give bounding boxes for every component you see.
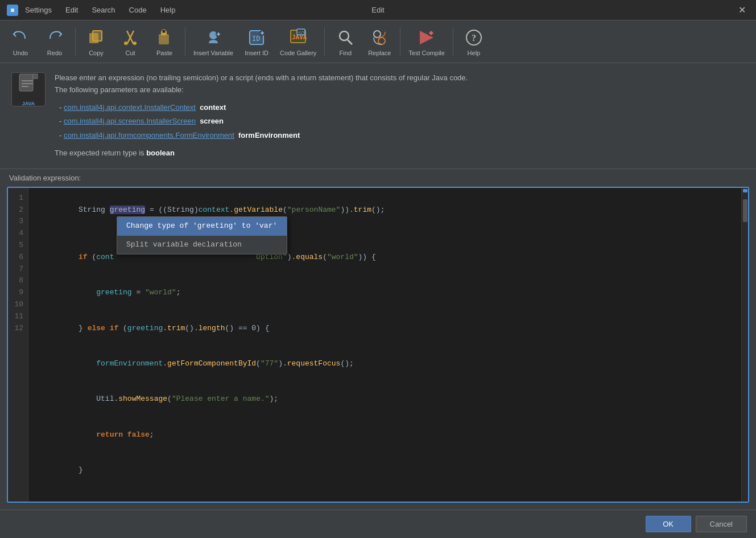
paste-label: Paste [156, 50, 172, 56]
redo-label: Redo [47, 50, 62, 56]
code-gallery-button[interactable]: JAVA </> Code Gallery [276, 25, 320, 59]
code-line-8: return false; [34, 417, 736, 453]
menu-code[interactable]: Code [127, 5, 149, 15]
line-num-5: 5 [13, 240, 23, 252]
close-button[interactable]: ✕ [735, 3, 749, 17]
line-num-8: 8 [13, 275, 23, 287]
return-type-section: The expected return type is boolean [55, 147, 745, 159]
svg-text:?: ? [472, 33, 476, 43]
separator-4 [400, 27, 400, 56]
undo-button[interactable]: Undo [5, 25, 36, 59]
line-num-12: 12 [13, 323, 23, 335]
line-num-4: 4 [13, 228, 23, 240]
line-num-7: 7 [13, 264, 23, 276]
info-panel: JAVA Please enter an expression (no trai… [0, 63, 756, 169]
svg-point-8 [133, 42, 137, 45]
param-screen: com.install4j.api.screens.InstallerScree… [59, 114, 745, 129]
code-line-9: } [34, 453, 736, 488]
validation-label: Validation expression: [0, 169, 756, 184]
menu-edit[interactable]: Edit [63, 5, 80, 15]
info-description: Please enter an expression (no trailing … [55, 72, 745, 159]
java-doc-graphic [17, 73, 40, 100]
param-screen-link[interactable]: com.install4j.api.screens.InstallerScree… [64, 117, 196, 125]
replace-icon [369, 27, 390, 48]
insert-id-button[interactable]: ID Insert ID [239, 25, 274, 59]
app-icon [7, 5, 18, 16]
help-button[interactable]: ? Help [458, 25, 490, 59]
insert-variable-button[interactable]: Insert Variable [190, 25, 237, 59]
menu-search[interactable]: Search [89, 5, 117, 15]
svg-text:</>: </> [298, 30, 305, 35]
ok-button[interactable]: OK [646, 516, 691, 532]
line-num-11: 11 [13, 311, 23, 323]
code-editor-container[interactable]: 1 2 3 4 5 6 7 8 9 10 11 12 String greeti… [7, 187, 749, 503]
context-menu: Change type of 'greeting' to 'var' Split… [117, 216, 287, 255]
return-type-label: The expected return type is [55, 149, 146, 157]
code-line-6: formEnvironment.getFormComponentById("77… [34, 346, 736, 381]
separator-3 [324, 27, 325, 56]
code-editor[interactable]: 1 2 3 4 5 6 7 8 9 10 11 12 String greeti… [8, 188, 748, 502]
param-context-name: context [200, 103, 226, 112]
cut-icon [120, 27, 141, 48]
copy-icon [86, 27, 106, 48]
separator-1 [75, 27, 76, 56]
param-screen-name: screen [200, 117, 224, 125]
code-line-5: } else if (greeting.trim().length() == 0… [34, 311, 736, 346]
param-form-env: com.install4j.api.formcomponents.FormEnv… [59, 129, 745, 143]
return-type-value: boolean [146, 149, 175, 157]
undo-label: Undo [13, 50, 28, 56]
redo-icon [44, 27, 65, 48]
code-scrollbar[interactable] [741, 188, 748, 502]
code-gallery-icon: JAVA </> [288, 27, 308, 48]
menu-help[interactable]: Help [158, 5, 178, 15]
svg-point-7 [124, 42, 127, 45]
menu-settings[interactable]: Settings [23, 5, 54, 15]
code-line-7: Util.showMessage("Please enter a name.")… [34, 382, 736, 417]
find-button[interactable]: Find [329, 25, 361, 59]
code-line-11: context.setVariable("greeting", greeting… [34, 500, 736, 502]
info-desc-text: Please enter an expression (no trailing … [55, 73, 468, 82]
scrollbar-thumb[interactable] [743, 199, 747, 222]
svg-text:ID: ID [252, 35, 260, 43]
svg-rect-1 [11, 9, 14, 12]
info-params-intro: The following parameters are available: [55, 85, 184, 94]
replace-button[interactable]: Replace [363, 25, 395, 59]
line-num-3: 3 [13, 216, 23, 228]
redo-button[interactable]: Redo [39, 25, 71, 59]
help-icon: ? [464, 27, 484, 48]
cut-label: Cut [125, 50, 135, 56]
param-context-link[interactable]: com.install4j.api.context.InstallerConte… [64, 103, 196, 112]
code-line-4: greeting = "world"; [34, 275, 736, 310]
title-bar-left: Settings Edit Search Code Help [7, 5, 177, 16]
code-content[interactable]: String greeting = ((String)context.getVa… [28, 188, 741, 502]
svg-rect-34 [19, 74, 33, 91]
separator-5 [453, 27, 453, 56]
cancel-button[interactable]: Cancel [696, 516, 747, 532]
test-compile-icon [416, 27, 437, 48]
main-content: JAVA Please enter an expression (no trai… [0, 63, 756, 538]
bottom-bar: OK Cancel [0, 510, 756, 538]
insert-variable-label: Insert Variable [193, 50, 233, 56]
java-badge: JAVA [22, 101, 35, 106]
svg-rect-36 [33, 74, 38, 79]
insert-id-label: Insert ID [245, 50, 268, 56]
paste-button[interactable]: Paste [148, 25, 180, 59]
insert-id-icon: ID [246, 27, 267, 48]
test-compile-button[interactable]: Test Compile [405, 25, 448, 59]
java-icon: JAVA [11, 72, 46, 106]
menu-bar[interactable]: Settings Edit Search Code Help [23, 5, 177, 15]
paste-icon [154, 27, 175, 48]
param-context: com.install4j.api.context.InstallerConte… [59, 101, 745, 115]
code-line-10 [34, 488, 736, 500]
svg-point-27 [340, 31, 349, 40]
param-form-env-link[interactable]: com.install4j.api.formcomponents.FormEnv… [64, 131, 234, 139]
insert-variable-icon [203, 27, 224, 48]
cut-button[interactable]: Cut [114, 25, 146, 59]
svg-line-28 [348, 40, 352, 44]
copy-button[interactable]: Copy [80, 25, 112, 59]
context-menu-item-1[interactable]: Change type of 'greeting' to 'var' [117, 217, 287, 236]
line-num-2: 2 [13, 204, 23, 216]
param-form-env-name: formEnvironment [238, 131, 300, 139]
svg-rect-4 [93, 31, 102, 41]
context-menu-item-2[interactable]: Split variable declaration [117, 236, 287, 254]
